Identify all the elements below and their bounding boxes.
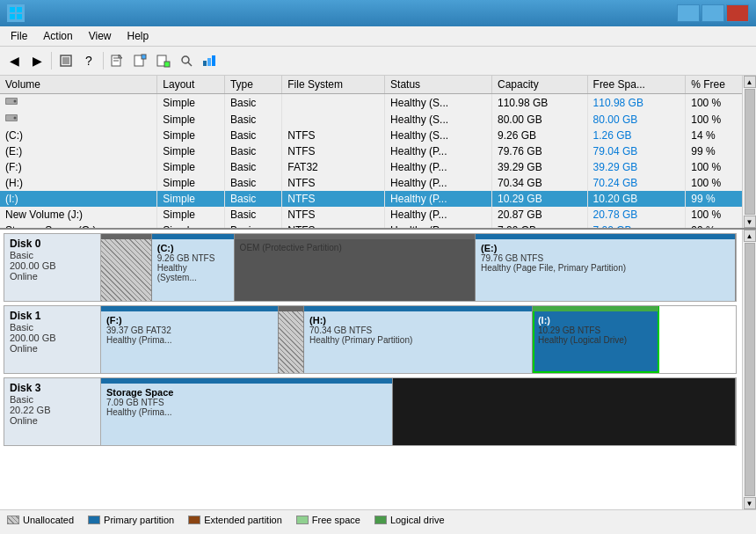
- table-row[interactable]: (E:)SimpleBasicNTFSHealthy (P...79.76 GB…: [0, 143, 756, 159]
- toolbar-btn-5[interactable]: [153, 50, 174, 71]
- table-cell: NTFS: [282, 191, 385, 207]
- menu-file[interactable]: File: [4, 28, 34, 44]
- disk-3-status: Online: [10, 415, 95, 426]
- table-row[interactable]: SimpleBasicHealthy (S...80.00 GB80.00 GB…: [0, 111, 756, 128]
- search-button[interactable]: [176, 50, 197, 71]
- part-f-status: Healthy (Prima...: [106, 335, 273, 345]
- disk-scroll-up[interactable]: ▲: [744, 230, 756, 242]
- legend-extended-box: [188, 516, 200, 524]
- svg-point-14: [182, 56, 189, 63]
- disk-1-part-i[interactable]: (I:) 10.29 GB NTFS Healthy (Logical Driv…: [533, 306, 659, 373]
- legend-primary-box: [88, 516, 100, 524]
- main-area: Volume Layout Type File System Status Ca…: [0, 76, 756, 509]
- table-cell: Basic: [224, 94, 281, 112]
- forward-button[interactable]: ▶: [26, 50, 47, 71]
- table-cell: NTFS: [282, 207, 385, 223]
- table-cell: Simple: [157, 207, 225, 223]
- disk-1-part-h[interactable]: (H:) 70.34 GB NTFS Healthy (Primary Part…: [304, 306, 533, 373]
- table-cell: 10.20 GB: [587, 191, 686, 207]
- table-cell: Simple: [157, 223, 225, 230]
- disk-row-3: Disk 3 Basic 20.22 GB Online Storage Spa…: [4, 377, 737, 446]
- table-cell: [282, 94, 385, 112]
- part-e-status: Healthy (Page File, Primary Partition): [481, 263, 730, 273]
- table-cell: NTFS: [282, 128, 385, 143]
- minimize-button[interactable]: [677, 4, 700, 22]
- menu-action[interactable]: Action: [36, 28, 79, 44]
- disk-scroll-thumb[interactable]: [745, 243, 755, 496]
- list-scrollbar[interactable]: ▲ ▼: [742, 76, 756, 228]
- legend-logical-label: Logical drive: [390, 515, 445, 525]
- svg-rect-3: [17, 14, 22, 19]
- table-row[interactable]: Storage Space (G:)SimpleBasicNTFSHealthy…: [0, 223, 756, 230]
- disk-scroll-down[interactable]: ▼: [744, 497, 756, 509]
- scroll-thumb[interactable]: [745, 89, 755, 215]
- disk-3-part-dark[interactable]: [393, 378, 736, 445]
- table-row[interactable]: (F:)SimpleBasicFAT32Healthy (P...39.29 G…: [0, 159, 756, 175]
- legend-logical-box: [374, 516, 387, 524]
- part-i-name: (I:): [538, 315, 653, 326]
- table-cell: Basic: [224, 159, 281, 175]
- toolbar-btn-3[interactable]: [107, 50, 128, 71]
- back-button[interactable]: ◀: [4, 50, 25, 71]
- disk-3-part-storage[interactable]: Storage Space 7.09 GB NTFS Healthy (Prim…: [101, 378, 393, 445]
- disk-0-part-unalloc[interactable]: [101, 234, 152, 301]
- disk-1-part-unalloc[interactable]: [279, 306, 304, 373]
- legend-unallocated: Unallocated: [7, 515, 74, 525]
- table-cell: 79.76 GB: [491, 143, 587, 159]
- maximize-button[interactable]: [701, 4, 724, 22]
- table-row[interactable]: SimpleBasicHealthy (S...110.98 GB110.98 …: [0, 94, 756, 112]
- legend-free-box: [296, 516, 309, 524]
- legend-free-label: Free space: [312, 515, 360, 525]
- disk-0-part-c[interactable]: (C:) 9.26 GB NTFS Healthy (System...: [152, 234, 235, 301]
- table-cell: Healthy (S...: [385, 111, 492, 128]
- table-cell: (E:): [0, 143, 157, 159]
- table-cell: 79.04 GB: [587, 143, 686, 159]
- table-row[interactable]: (C:)SimpleBasicNTFSHealthy (S...9.26 GB1…: [0, 128, 756, 143]
- part-h-info: 70.34 GB NTFS: [309, 326, 527, 335]
- table-cell: [0, 94, 157, 112]
- toolbar-btn-7[interactable]: [199, 50, 220, 71]
- disk-scrollbar[interactable]: ▲ ▼: [742, 230, 756, 509]
- scroll-down[interactable]: ▼: [744, 216, 756, 228]
- up-button[interactable]: [55, 50, 76, 71]
- legend-primary: Primary partition: [88, 515, 174, 525]
- svg-rect-16: [203, 61, 207, 66]
- properties-button[interactable]: ?: [78, 50, 99, 71]
- status-bar: Unallocated Primary partition Extended p…: [0, 509, 756, 529]
- disk-0-part-oem[interactable]: OEM (Protective Partition): [235, 234, 476, 301]
- table-cell: Basic: [224, 207, 281, 223]
- part-c-info: 9.26 GB NTFS: [157, 253, 229, 263]
- table-cell: Simple: [157, 175, 225, 191]
- volume-table: Volume Layout Type File System Status Ca…: [0, 76, 756, 230]
- legend-free: Free space: [296, 515, 360, 525]
- col-fs: File System: [282, 76, 385, 94]
- disk-1-type: Basic: [10, 322, 95, 333]
- close-button[interactable]: [726, 4, 749, 22]
- table-cell: 70.34 GB: [491, 175, 587, 191]
- scroll-up[interactable]: ▲: [744, 76, 756, 88]
- col-type: Type: [224, 76, 281, 94]
- disk-0-part-e[interactable]: (E:) 79.76 GB NTFS Healthy (Page File, P…: [476, 234, 736, 301]
- disk-1-part-f[interactable]: (F:) 39.37 GB FAT32 Healthy (Prima...: [101, 306, 279, 373]
- svg-rect-17: [207, 58, 211, 66]
- part-h-name: (H:): [309, 315, 527, 326]
- menu-help[interactable]: Help: [120, 28, 156, 44]
- part-e-info: 79.76 GB NTFS: [481, 253, 730, 263]
- table-row[interactable]: New Volume (J:)SimpleBasicNTFSHealthy (P…: [0, 207, 756, 223]
- toolbar-btn-4[interactable]: [130, 50, 151, 71]
- table-row[interactable]: (I:)SimpleBasicNTFSHealthy (P...10.29 GB…: [0, 191, 756, 207]
- disk-row-0: Disk 0 Basic 200.00 GB Online (C:) 9.26 …: [4, 233, 737, 302]
- menu-view[interactable]: View: [82, 28, 119, 44]
- svg-rect-18: [212, 55, 215, 66]
- table-cell: Simple: [157, 111, 225, 128]
- table-cell: 7.00 GB: [587, 223, 686, 230]
- part-storage-info: 7.09 GB NTFS: [106, 398, 387, 407]
- table-cell: Simple: [157, 128, 225, 143]
- table-cell: 80.00 GB: [587, 111, 686, 128]
- disk-3-name: Disk 3: [10, 382, 95, 394]
- disk-0-name: Disk 0: [10, 238, 95, 250]
- part-f-info: 39.37 GB FAT32: [106, 326, 273, 335]
- table-row[interactable]: (H:)SimpleBasicNTFSHealthy (P...70.34 GB…: [0, 175, 756, 191]
- disk-row-1: Disk 1 Basic 200.00 GB Online (F:) 39.37…: [4, 305, 737, 374]
- part-i-info: 10.29 GB NTFS: [538, 326, 653, 335]
